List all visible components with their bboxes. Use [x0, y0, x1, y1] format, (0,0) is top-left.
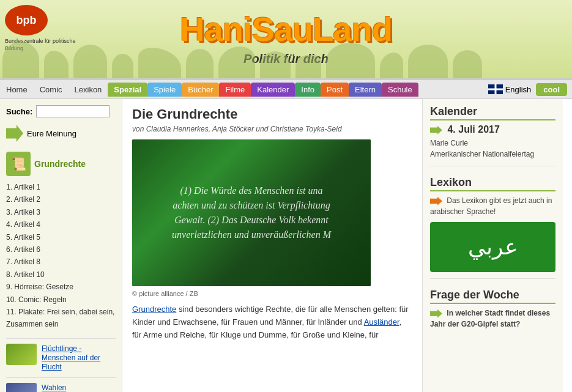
navigation-bar: Home Comic Lexikon Spezial Spiele Bücher… [0, 80, 572, 99]
kalender-section: Kalender 4. Juli 2017 Marie Curie Amerik… [430, 105, 555, 166]
nav-item-home[interactable]: Home [0, 83, 34, 97]
site-header: bpb Bundeszentrale für politische Bildun… [0, 0, 572, 80]
animal-silhouette [295, 55, 321, 78]
list-item-link[interactable]: 1. Artikel 1 [6, 183, 40, 191]
list-item[interactable]: 6. Artikel 6 [6, 243, 116, 256]
animal-silhouette [260, 51, 291, 78]
kalender-date-text: 4. Juli 2017 [447, 124, 499, 135]
sidebar-bottom-text: Wahlen [42, 383, 66, 392]
nav-item-kalender[interactable]: Kalender [251, 83, 295, 97]
grundrechte-icon: 📜 [6, 152, 31, 176]
list-item[interactable]: 9. Hörreise: Gesetze [6, 281, 116, 293]
left-sidebar: Suche: Eure Meinung 📜 Grundrechte 1. Art… [0, 99, 122, 392]
search-input[interactable] [36, 105, 110, 117]
lexikon-text: Das Lexikon gibt es jetzt auch in arabis… [430, 195, 555, 217]
lexikon-description: Das Lexikon gibt es jetzt auch in arabis… [430, 196, 552, 216]
sidebar-list: 1. Artikel 1 2. Artikel 2 3. Artikel 3 4… [6, 181, 116, 331]
frage-question-text: In welcher Stadt findet dieses Jahr der … [430, 309, 550, 328]
list-item[interactable]: 7. Artikel 8 [6, 256, 116, 268]
main-content: Suche: Eure Meinung 📜 Grundrechte 1. Art… [0, 99, 572, 392]
frage-question: In welcher Stadt findet dieses Jahr der … [430, 308, 555, 330]
list-item[interactable]: 4. Artikel 4 [6, 218, 116, 231]
nav-item-info[interactable]: Info [295, 83, 321, 97]
right-sidebar: Kalender 4. Juli 2017 Marie Curie Amerik… [422, 99, 563, 392]
sidebar-bottom-text: Flüchtlinge - Menschen auf der Flucht [42, 344, 116, 371]
nav-right-area: English cool [488, 83, 572, 96]
frage-arrow-icon [430, 309, 442, 318]
article-body: Grundrechte sind besonders wichtige Rech… [132, 303, 412, 341]
list-item-link[interactable]: 11. Plakate: Frei sein, dabei sein, Zusa… [6, 308, 114, 328]
animal-silhouette [44, 51, 69, 78]
sidebar-bottom-item-flucht: Flüchtlinge - Menschen auf der Flucht [6, 338, 116, 371]
frage-title: Frage der Woche [430, 289, 555, 304]
sidebar-bottom-link[interactable]: Wahlen [42, 383, 66, 392]
article-authors: von Claudia Hennerkes, Anja Stöcker und … [132, 125, 412, 133]
list-item[interactable]: 10. Comic: Regeln [6, 294, 116, 306]
animal-silhouette [453, 50, 482, 78]
list-item-link[interactable]: 3. Artikel 3 [6, 208, 40, 216]
list-item[interactable]: 11. Plakate: Frei sein, dabei sein, Zusa… [6, 306, 116, 331]
list-item[interactable]: 1. Artikel 1 [6, 181, 116, 193]
list-item-link[interactable]: 4. Artikel 4 [6, 220, 40, 229]
kalender-event-2: Amerikanischer Nationalfeiertag [430, 149, 555, 160]
sidebar-thumbnail [6, 383, 37, 392]
lexikon-title: Lexikon [430, 176, 555, 191]
list-item-link[interactable]: 7. Artikel 8 [6, 257, 40, 266]
article-title: Die Grundrechte [132, 106, 412, 122]
list-item-link[interactable]: 9. Hörreise: Gesetze [6, 283, 73, 291]
sidebar-bottom-item-wahlen: Wahlen [6, 377, 116, 392]
nav-item-comic[interactable]: Comic [34, 83, 69, 97]
kalender-event-1: Marie Curie [430, 138, 555, 149]
nav-item-schule[interactable]: Schule [382, 83, 418, 97]
animal-silhouette [138, 48, 181, 78]
list-item[interactable]: 8. Artikel 10 [6, 268, 116, 281]
animal-silhouette [218, 46, 255, 78]
kalender-title: Kalender [430, 105, 555, 120]
sidebar-bottom-link[interactable]: Flüchtlinge - Menschen auf der Flucht [42, 344, 100, 371]
search-row: Suche: [6, 105, 116, 117]
nav-item-filme[interactable]: Filme [219, 83, 251, 97]
article-image: (1) Die Würde des Menschen ist unaachten… [132, 139, 371, 286]
list-item-link[interactable]: 5. Artikel 5 [6, 233, 40, 242]
cool-button[interactable]: cool [536, 83, 567, 96]
list-item[interactable]: 5. Artikel 5 [6, 231, 116, 243]
thumbnail-image [6, 344, 37, 365]
uk-flag-icon [488, 84, 503, 94]
nav-item-spiele[interactable]: Spiele [147, 83, 182, 97]
arabic-text-box[interactable]: عربي [430, 222, 555, 272]
nav-item-eltern[interactable]: Eltern [349, 83, 382, 97]
animal-silhouette [326, 43, 375, 78]
bpb-label: bpb [17, 14, 37, 27]
list-item-link[interactable]: 6. Artikel 6 [6, 245, 40, 254]
sidebar-section-title: Grundrechte [34, 159, 86, 169]
nav-item-lexikon[interactable]: Lexikon [69, 83, 108, 97]
nav-item-buecher[interactable]: Bücher [182, 83, 219, 97]
meinung-label: Eure Meinung [27, 129, 76, 138]
animal-silhouette [186, 49, 214, 78]
meinung-button[interactable]: Eure Meinung [6, 125, 116, 142]
list-item[interactable]: 3. Artikel 3 [6, 206, 116, 218]
list-item-link[interactable]: 8. Artikel 10 [6, 270, 45, 279]
search-label: Suche: [6, 107, 32, 116]
kalender-arrow-icon [430, 126, 442, 135]
animal-silhouette [408, 45, 448, 78]
animal-silhouette [112, 54, 133, 78]
arrow-icon [6, 125, 23, 142]
list-item-link[interactable]: 2. Artikel 2 [6, 195, 40, 204]
list-item-link[interactable]: 10. Comic: Regeln [6, 295, 67, 304]
lexikon-arrow-icon [430, 197, 442, 205]
nav-item-spezial[interactable]: Spezial [108, 83, 147, 97]
frage-section: Frage der Woche In welcher Stadt findet … [430, 289, 555, 330]
english-button[interactable]: English [488, 84, 532, 94]
thumbnail-image [6, 383, 37, 392]
kalender-date: 4. Juli 2017 [430, 124, 555, 135]
article-image-text: (1) Die Würde des Menschen ist unaachten… [162, 174, 341, 252]
sidebar-section: 📜 Grundrechte 1. Artikel 1 2. Artikel 2 … [6, 152, 116, 331]
auslaender-link[interactable]: Ausländer [364, 317, 399, 327]
list-item[interactable]: 2. Artikel 2 [6, 193, 116, 205]
sidebar-thumbnail [6, 344, 37, 365]
image-caption: © picture alliance / ZB [132, 290, 412, 297]
bpb-logo: bpb [5, 5, 48, 35]
grundrechte-link[interactable]: Grundrechte [132, 305, 176, 314]
nav-item-post[interactable]: Post [321, 83, 349, 97]
